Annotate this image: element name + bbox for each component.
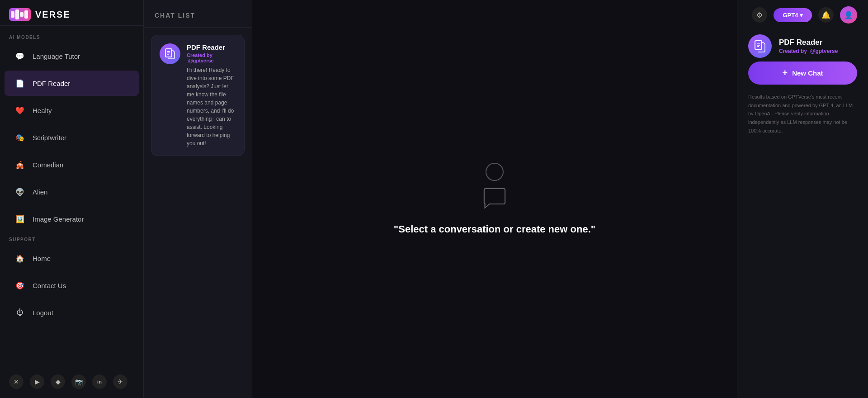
twitter-icon[interactable]: ✕: [9, 374, 24, 389]
social-links: ✕ ▶ ◆ 📷 in ✈: [0, 367, 143, 389]
svg-rect-0: [11, 11, 14, 18]
sidebar-item-contact-us[interactable]: 🎯 Contact Us: [5, 273, 139, 298]
settings-icon[interactable]: ⚙: [752, 7, 767, 23]
linkedin-icon[interactable]: in: [92, 374, 107, 389]
right-panel-bot-avatar: [748, 34, 772, 58]
right-panel: ⚙ GPT4 ▾ 🔔 👤 PDF Reader Created by @gptv…: [737, 0, 868, 398]
sidebar-item-label: Alien: [33, 188, 47, 196]
right-panel-body: PDF Reader Created by @gptverse + New Ch…: [748, 34, 857, 135]
sidebar-item-pdf-reader[interactable]: 📄 PDF Reader: [5, 71, 139, 96]
topbar: ⚙ GPT4 ▾ 🔔 👤: [741, 0, 868, 30]
image-generator-icon: 🖼️: [14, 213, 26, 225]
sidebar-item-language-tutor[interactable]: 💬 Language Tutor: [5, 43, 139, 69]
empty-circle-icon: [486, 163, 504, 181]
empty-bubble-icon: [481, 186, 508, 211]
empty-chat-icon: [481, 163, 508, 211]
chat-list-panel: CHAT LIST PDF Reader Created by: [144, 0, 252, 398]
sidebar-item-label: Scriptwriter: [33, 134, 66, 142]
model-select-button[interactable]: GPT4 ▾: [774, 8, 812, 22]
chat-card-creator: Created by @gptverse: [187, 52, 236, 63]
sidebar-item-comedian[interactable]: 🎪 Comedian: [5, 152, 139, 177]
right-panel-bot-title: PDF Reader: [779, 38, 838, 47]
sidebar-item-label: Healty: [33, 107, 52, 114]
logout-icon: ⏻: [14, 306, 26, 319]
discord-icon[interactable]: ◆: [51, 374, 65, 389]
alien-icon: 👽: [14, 185, 26, 198]
sidebar-item-label: Language Tutor: [33, 52, 80, 60]
empty-select-text: "Select a conversation or create new one…: [394, 223, 595, 235]
sidebar-logo: VERSE: [0, 0, 143, 26]
right-panel-disclaimer: Results based on GPTVerse's most recent …: [748, 93, 857, 135]
chat-list-header: CHAT LIST: [144, 0, 252, 28]
sidebar-item-home[interactable]: 🏠 Home: [5, 246, 139, 271]
chat-list-content: PDF Reader Created by @gptverse Hi there…: [144, 28, 252, 398]
new-chat-button[interactable]: + New Chat: [748, 62, 857, 85]
chat-card-avatar: [160, 43, 180, 64]
main-area: "Select a conversation or create new one…: [252, 0, 737, 398]
chat-card-top: PDF Reader Created by @gptverse Hi there…: [160, 43, 236, 147]
user-avatar[interactable]: 👤: [840, 6, 857, 24]
scriptwriter-icon: 🎭: [14, 131, 26, 144]
sidebar-item-label: Home: [33, 255, 51, 262]
sidebar-item-label: Logout: [33, 309, 53, 317]
home-icon: 🏠: [14, 252, 26, 265]
logo-icon: [9, 8, 31, 21]
sidebar-item-scriptwriter[interactable]: 🎭 Scriptwriter: [5, 125, 139, 150]
chat-card-title: PDF Reader: [187, 43, 236, 51]
right-panel-bot-info: PDF Reader Created by @gptverse: [748, 34, 857, 58]
right-panel-bot-text: PDF Reader Created by @gptverse: [779, 38, 838, 54]
logo-text: VERSE: [35, 9, 71, 20]
sidebar-item-label: Comedian: [33, 161, 63, 169]
telegram-icon[interactable]: ✈: [113, 374, 127, 389]
svg-rect-3: [24, 10, 28, 19]
sidebar-item-logout[interactable]: ⏻ Logout: [5, 300, 139, 325]
sidebar-item-label: Image Generator: [33, 215, 84, 223]
pdf-reader-icon: 📄: [14, 77, 26, 90]
language-tutor-icon: 💬: [14, 50, 26, 62]
support-label: SUPPORT: [0, 232, 143, 245]
contact-icon: 🎯: [14, 279, 26, 292]
sidebar-item-image-generator[interactable]: 🖼️ Image Generator: [5, 206, 139, 232]
chat-card-desc: Hi there! Ready to dive into some PDF an…: [187, 66, 236, 147]
sidebar-item-label: Contact Us: [33, 282, 66, 289]
svg-rect-2: [20, 12, 24, 17]
svg-rect-1: [15, 9, 19, 19]
sidebar-item-healty[interactable]: ❤️ Healty: [5, 98, 139, 123]
sidebar-item-label: PDF Reader: [33, 80, 70, 87]
right-panel-creator-handle: @gptverse: [810, 48, 838, 54]
right-panel-bot-creator: Created by @gptverse: [779, 48, 838, 54]
new-chat-plus-icon: +: [782, 68, 788, 78]
comedian-icon: 🎪: [14, 158, 26, 171]
chat-card-creator-handle: @gptverse: [188, 58, 214, 63]
youtube-icon[interactable]: ▶: [30, 374, 44, 389]
sidebar: VERSE AI MODELS 💬 Language Tutor 📄 PDF R…: [0, 0, 144, 398]
new-chat-label: New Chat: [792, 69, 823, 77]
video-icon[interactable]: 📷: [71, 374, 86, 389]
sidebar-item-alien[interactable]: 👽 Alien: [5, 179, 139, 204]
chat-card-pdf-reader[interactable]: PDF Reader Created by @gptverse Hi there…: [151, 35, 245, 156]
chat-card-info: PDF Reader Created by @gptverse Hi there…: [187, 43, 236, 147]
ai-models-label: AI MODELS: [0, 30, 143, 43]
healty-icon: ❤️: [14, 104, 26, 117]
bell-icon[interactable]: 🔔: [818, 7, 834, 23]
